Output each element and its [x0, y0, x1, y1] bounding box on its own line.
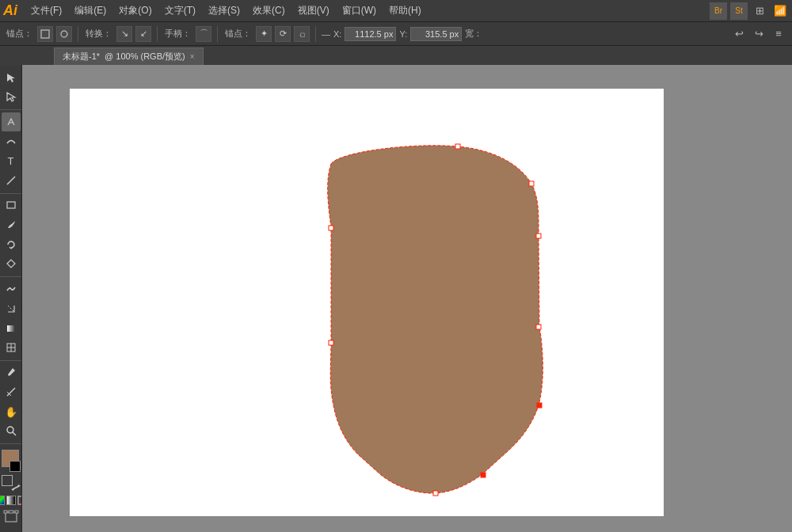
- redo-btn[interactable]: ↪: [750, 25, 767, 43]
- select-tools: [0, 68, 21, 110]
- point-btn-3[interactable]: ⟤: [294, 26, 310, 42]
- x-input[interactable]: [345, 27, 396, 41]
- shape-svg: [70, 89, 664, 516]
- svg-rect-4: [7, 325, 15, 332]
- swap-colors-btn[interactable]: [11, 483, 21, 492]
- menu-object[interactable]: 对象(O): [113, 2, 157, 19]
- anchor-top-right[interactable]: [529, 181, 534, 186]
- anchor-btn-1[interactable]: [37, 26, 53, 42]
- pen-label: 手柄：: [163, 28, 192, 40]
- point-btn-1[interactable]: ✦: [256, 26, 272, 42]
- anchor-lower-right[interactable]: [481, 473, 485, 477]
- brush-tool[interactable]: [2, 215, 21, 234]
- separator-1: [78, 26, 78, 42]
- artboard-btn[interactable]: [3, 510, 19, 526]
- select-tool[interactable]: [2, 68, 21, 87]
- w-label: 宽：: [463, 28, 484, 40]
- menu-bar: Ai 文件(F) 编辑(E) 对象(O) 文字(T) 选择(S) 效果(C) 视…: [0, 0, 792, 22]
- pen-btn-1[interactable]: ⌒: [196, 26, 211, 42]
- hand-tool[interactable]: ✋: [2, 402, 21, 421]
- color-swatches: [0, 446, 22, 529]
- grid-icon[interactable]: ⊞: [751, 2, 768, 20]
- anchor-right-upper[interactable]: [536, 234, 541, 238]
- mesh-tool[interactable]: [2, 338, 21, 357]
- color-mode-icon: [0, 496, 5, 505]
- bridge-icon[interactable]: Br: [710, 2, 727, 20]
- gradient-tool[interactable]: [2, 319, 21, 338]
- svg-rect-14: [6, 512, 17, 522]
- y-label: Y:: [398, 29, 409, 39]
- anchor-left-lower[interactable]: [329, 340, 333, 345]
- zoom-tool[interactable]: [2, 421, 21, 440]
- anchor-left-upper[interactable]: [329, 226, 333, 230]
- svg-rect-16: [9, 511, 13, 513]
- svg-rect-15: [4, 511, 7, 513]
- tab-close[interactable]: ×: [190, 52, 195, 61]
- eyedropper-tool[interactable]: [2, 363, 21, 382]
- tab-subtitle: @ 100% (RGB/预览): [105, 51, 185, 63]
- wifi-icon[interactable]: 📶: [771, 2, 789, 20]
- y-input[interactable]: [410, 27, 462, 41]
- transform-tools: [0, 235, 21, 277]
- separator-4: [315, 26, 316, 42]
- menu-right-icons: Br St ⊞ 📶: [710, 2, 789, 20]
- tab-bar: 未标题-1* @ 100% (RGB/预览) ×: [0, 46, 792, 65]
- menu-text[interactable]: 文字(T): [159, 2, 201, 19]
- type-tool[interactable]: T: [2, 152, 21, 171]
- free-transform-tool[interactable]: [2, 299, 21, 318]
- draw-tools: T: [0, 152, 21, 194]
- main-area: T: [0, 65, 792, 532]
- menu-view[interactable]: 视图(V): [292, 2, 335, 19]
- rect-tool[interactable]: [2, 196, 21, 215]
- line-tool[interactable]: [2, 171, 21, 190]
- tab-title: 未标题-1*: [63, 51, 100, 63]
- main-shape[interactable]: [328, 146, 543, 493]
- app-logo: Ai: [3, 2, 17, 19]
- menu-help[interactable]: 帮助(H): [383, 2, 427, 19]
- warp-tool[interactable]: [2, 279, 21, 298]
- svg-rect-17: [15, 511, 18, 513]
- more-btn[interactable]: ≡: [770, 25, 787, 43]
- stroke-swatch[interactable]: [10, 461, 21, 472]
- anchor-label: 锚点：: [5, 28, 34, 40]
- separator-3: [217, 26, 218, 42]
- measure-tool[interactable]: [2, 382, 21, 401]
- scale-tool[interactable]: [2, 254, 21, 273]
- point-btn-2[interactable]: ⟳: [275, 26, 291, 42]
- rotate-tool[interactable]: [2, 235, 21, 254]
- svg-line-8: [7, 388, 15, 396]
- view-tools: ✋: [0, 402, 21, 444]
- svg-rect-3: [7, 202, 15, 208]
- undo-btn[interactable]: ↩: [730, 25, 748, 43]
- separator-2: [157, 26, 158, 42]
- point-label: 锚点：: [223, 28, 253, 40]
- gradient-tools: [0, 319, 21, 361]
- transform-label: 转换：: [84, 28, 113, 40]
- anchor-right-lower[interactable]: [536, 325, 541, 329]
- anchor-btn-2[interactable]: [56, 26, 72, 42]
- stock-icon[interactable]: St: [730, 2, 748, 20]
- canvas-area[interactable]: [22, 65, 792, 532]
- menu-effect[interactable]: 效果(C): [247, 2, 291, 19]
- svg-line-11: [13, 432, 16, 435]
- anchor-bottom[interactable]: [433, 491, 438, 496]
- svg-point-1: [61, 31, 67, 37]
- menu-file[interactable]: 文件(F): [25, 2, 67, 19]
- anchor-right-bottom[interactable]: [537, 403, 542, 408]
- svg-line-2: [7, 177, 15, 184]
- pen-tool[interactable]: [2, 112, 21, 131]
- menu-edit[interactable]: 编辑(E): [69, 2, 112, 19]
- doc-tab[interactable]: 未标题-1* @ 100% (RGB/预览) ×: [54, 48, 204, 65]
- x-label: X:: [332, 29, 343, 39]
- svg-point-10: [7, 427, 13, 433]
- transform-btn-2[interactable]: ↙: [135, 26, 151, 42]
- menu-window[interactable]: 窗口(W): [337, 2, 382, 19]
- menu-select[interactable]: 选择(S): [203, 2, 246, 19]
- left-toolbar: T: [0, 65, 22, 532]
- gradient-mode-icon: [6, 496, 16, 505]
- curvature-tool[interactable]: [2, 132, 21, 151]
- direct-select-tool[interactable]: [2, 87, 21, 106]
- transform-btn-1[interactable]: ↘: [116, 26, 132, 42]
- anchor-top-center[interactable]: [455, 144, 460, 149]
- options-bar: 锚点： 转换： ↘ ↙ 手柄： ⌒ 锚点： ✦ ⟳ ⟤ — X: Y: 宽： ↩…: [0, 22, 792, 46]
